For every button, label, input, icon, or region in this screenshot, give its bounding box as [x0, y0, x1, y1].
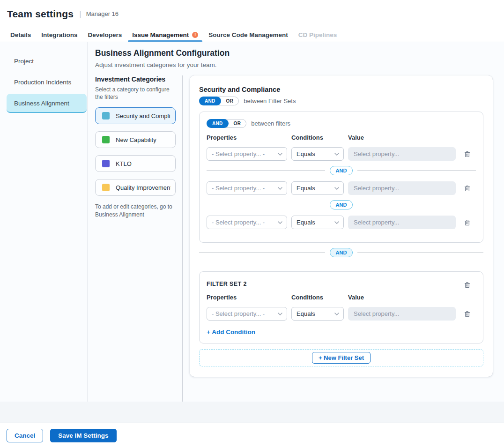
tab-details[interactable]: Details: [5, 28, 36, 42]
delete-filter-button[interactable]: [461, 148, 473, 160]
bottom-spacer-band: [0, 402, 504, 423]
delete-filter-button[interactable]: [461, 217, 473, 229]
and-connector: AND: [207, 166, 476, 175]
value-input[interactable]: [348, 181, 456, 195]
property-select[interactable]: - Select property... -: [207, 181, 287, 195]
section-subtitle: Adjust investment categories for your te…: [95, 61, 504, 68]
filter-card: Security and Compliance AND OR between F…: [190, 75, 493, 377]
action-footer: Cancel Save IM Settings: [0, 423, 504, 448]
trash-icon: [464, 310, 471, 318]
trash-icon: [464, 150, 471, 158]
property-select[interactable]: - Select property... -: [207, 147, 287, 161]
filter-configuration-area: Security and Compliance AND OR between F…: [183, 75, 504, 402]
save-im-settings-button[interactable]: Save IM Settings: [50, 429, 116, 442]
investment-categories-panel: Investment Categories Select a category …: [95, 75, 183, 402]
tab-issue-management[interactable]: Issue Management !: [127, 28, 203, 42]
category-list: Security and Compli... New Capability KT…: [95, 107, 176, 196]
property-select[interactable]: - Select property... -: [207, 216, 287, 229]
chevron-down-icon: [278, 153, 282, 156]
and-connector: AND: [207, 200, 476, 209]
category-button-security-and-compliance[interactable]: Security and Compli...: [95, 107, 176, 124]
chevron-down-icon: [334, 187, 339, 190]
value-input[interactable]: [348, 147, 456, 161]
category-color-swatch: [102, 136, 110, 143]
category-color-swatch: [102, 160, 110, 167]
property-select[interactable]: - Select property... -: [207, 307, 287, 321]
condition-select[interactable]: Equals: [291, 181, 344, 195]
and-or-toggle-filter-sets[interactable]: AND OR: [199, 97, 239, 105]
tab-bar: Details Integrations Developers Issue Ma…: [0, 28, 504, 42]
and-or-toggle-filters[interactable]: AND OR: [207, 119, 246, 128]
new-filter-set-button[interactable]: + New Filter Set: [312, 352, 371, 364]
alert-badge-icon: !: [192, 32, 198, 38]
team-settings-page: Team settings | Manager 16 Details Integ…: [0, 0, 504, 448]
conditions-header: Conditions: [291, 294, 344, 301]
filter-row: - Select property... - Equals: [207, 307, 476, 321]
add-condition-button[interactable]: + Add Condition: [207, 329, 255, 336]
trash-icon: [464, 185, 471, 192]
between-filters-label: between filters: [251, 120, 290, 127]
chevron-down-icon: [334, 153, 339, 156]
category-color-swatch: [102, 112, 110, 119]
tab-cd-pipelines: CD Pipelines: [293, 28, 342, 42]
filter-category-title: Security and Compliance: [199, 86, 483, 93]
title-separator: |: [79, 9, 81, 19]
new-filter-set-dropzone: + New Filter Set: [199, 349, 483, 366]
filter-column-headers: Properties Conditions Value: [207, 294, 476, 301]
toggle-or-option[interactable]: OR: [221, 98, 239, 104]
delete-filter-button[interactable]: [461, 182, 473, 194]
page-title: Team settings: [7, 8, 74, 20]
main-content: Business Alignment Configuration Adjust …: [88, 42, 504, 402]
filter-set-1: AND OR between filters Properties Condit…: [199, 112, 483, 243]
sidebar-item-business-alignment[interactable]: Business Alignment: [7, 94, 87, 113]
value-input[interactable]: [348, 216, 456, 229]
condition-select[interactable]: Equals: [291, 307, 344, 321]
toggle-and-option[interactable]: AND: [207, 119, 229, 128]
trash-icon: [464, 281, 471, 289]
settings-sidebar: Project Production Incidents Business Al…: [0, 42, 88, 402]
filter-column-headers: Properties Conditions Value: [207, 134, 476, 141]
team-name: Manager 16: [86, 10, 119, 17]
filter-row: - Select property... - Equals: [207, 147, 476, 161]
chevron-down-icon: [278, 187, 282, 190]
sidebar-item-production-incidents[interactable]: Production Incidents: [0, 73, 88, 92]
chevron-down-icon: [334, 313, 339, 315]
chevron-down-icon: [334, 221, 339, 224]
toggle-and-option[interactable]: AND: [199, 97, 221, 105]
properties-header: Properties: [207, 294, 287, 301]
condition-select[interactable]: Equals: [291, 216, 344, 229]
condition-select[interactable]: Equals: [291, 147, 344, 161]
sidebar-item-project[interactable]: Project: [0, 52, 88, 71]
chevron-down-icon: [278, 313, 282, 315]
tab-integrations[interactable]: Integrations: [36, 28, 82, 42]
category-button-quality-improvements[interactable]: Quality Improvements: [95, 179, 176, 196]
settings-body: Project Production Incidents Business Al…: [0, 42, 504, 402]
chevron-down-icon: [278, 221, 282, 224]
filter-set-2: FILTER SET 2 Properties Conditions Value: [199, 271, 483, 343]
filter-row: - Select property... - Equals: [207, 216, 476, 229]
filter-row: - Select property... - Equals: [207, 181, 476, 195]
tab-developers[interactable]: Developers: [83, 28, 127, 42]
category-button-new-capability[interactable]: New Capability: [95, 131, 176, 148]
toggle-or-option[interactable]: OR: [229, 121, 246, 126]
trash-icon: [464, 219, 471, 226]
value-input[interactable]: [348, 307, 456, 321]
and-connector-between-sets: AND: [199, 248, 483, 257]
value-header: Value: [348, 134, 456, 141]
properties-header: Properties: [207, 134, 287, 141]
value-header: Value: [348, 294, 456, 301]
tab-source-code-management[interactable]: Source Code Management: [203, 28, 293, 42]
category-color-swatch: [102, 184, 110, 191]
delete-filter-button[interactable]: [461, 308, 473, 320]
topbar: Team settings | Manager 16: [0, 0, 504, 28]
between-filter-sets-label: between Filter Sets: [244, 97, 296, 105]
conditions-header: Conditions: [291, 134, 344, 141]
category-button-ktlo[interactable]: KTLO: [95, 155, 176, 172]
category-footnote: To add or edit categories, go to Busines…: [95, 203, 176, 219]
delete-filter-set-button[interactable]: [461, 279, 473, 291]
investment-categories-description: Select a category to configure the filte…: [95, 86, 176, 101]
cancel-button[interactable]: Cancel: [7, 429, 43, 442]
filter-set-2-title: FILTER SET 2: [207, 279, 247, 287]
investment-categories-title: Investment Categories: [95, 75, 176, 83]
section-title: Business Alignment Configuration: [95, 48, 504, 58]
